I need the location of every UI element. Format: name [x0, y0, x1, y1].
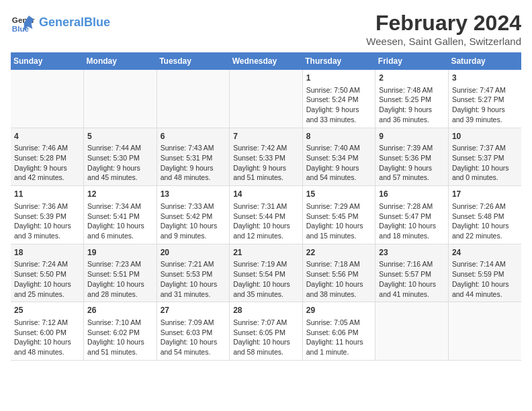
week-row-1: 1Sunrise: 7:50 AM Sunset: 5:24 PM Daylig… [11, 70, 521, 128]
cell-content: Sunrise: 7:42 AM Sunset: 5:33 PM Dayligh… [233, 143, 299, 183]
logo-blue: Blue [84, 15, 110, 29]
day-number: 15 [306, 189, 372, 200]
calendar-cell: 17Sunrise: 7:26 AM Sunset: 5:48 PM Dayli… [448, 186, 521, 244]
cell-content: Sunrise: 7:33 AM Sunset: 5:42 PM Dayligh… [161, 201, 226, 241]
calendar-table: SundayMondayTuesdayWednesdayThursdayFrid… [11, 52, 521, 361]
day-number: 22 [306, 247, 372, 259]
calendar-cell: 18Sunrise: 7:24 AM Sunset: 5:50 PM Dayli… [11, 244, 84, 302]
day-number: 20 [161, 247, 226, 259]
calendar-cell: 26Sunrise: 7:10 AM Sunset: 6:02 PM Dayli… [84, 302, 157, 361]
day-number: 10 [452, 131, 518, 142]
day-number: 4 [14, 131, 80, 142]
day-number: 26 [87, 305, 153, 316]
calendar-cell [84, 70, 157, 128]
calendar-cell: 2Sunrise: 7:48 AM Sunset: 5:25 PM Daylig… [375, 70, 449, 128]
day-number: 28 [233, 305, 299, 316]
day-number: 13 [161, 189, 226, 200]
calendar-cell [448, 302, 521, 361]
week-row-4: 18Sunrise: 7:24 AM Sunset: 5:50 PM Dayli… [11, 244, 521, 302]
title-area: February 2024 Weesen, Saint Gallen, Swit… [366, 11, 521, 47]
cell-content: Sunrise: 7:48 AM Sunset: 5:25 PM Dayligh… [379, 85, 445, 125]
day-number: 5 [87, 131, 153, 142]
cell-content: Sunrise: 7:09 AM Sunset: 6:03 PM Dayligh… [161, 318, 226, 357]
day-header-tuesday: Tuesday [157, 52, 230, 70]
day-number: 2 [379, 73, 445, 84]
logo-icon: General Blue [11, 11, 35, 35]
calendar-cell: 28Sunrise: 7:07 AM Sunset: 6:05 PM Dayli… [230, 302, 303, 361]
day-number: 19 [87, 247, 153, 259]
day-number: 21 [233, 247, 299, 259]
calendar-cell: 25Sunrise: 7:12 AM Sunset: 6:00 PM Dayli… [11, 302, 84, 361]
cell-content: Sunrise: 7:50 AM Sunset: 5:24 PM Dayligh… [306, 85, 372, 125]
cell-content: Sunrise: 7:29 AM Sunset: 5:45 PM Dayligh… [306, 201, 372, 241]
cell-content: Sunrise: 7:46 AM Sunset: 5:28 PM Dayligh… [14, 143, 80, 183]
cell-content: Sunrise: 7:21 AM Sunset: 5:53 PM Dayligh… [161, 259, 226, 299]
day-number: 6 [161, 131, 226, 142]
month-title: February 2024 [366, 11, 521, 36]
day-number: 17 [452, 189, 518, 200]
calendar-cell: 14Sunrise: 7:31 AM Sunset: 5:44 PM Dayli… [230, 186, 303, 244]
week-row-5: 25Sunrise: 7:12 AM Sunset: 6:00 PM Dayli… [11, 302, 521, 361]
calendar-cell: 10Sunrise: 7:37 AM Sunset: 5:37 PM Dayli… [448, 128, 521, 186]
calendar-cell: 11Sunrise: 7:36 AM Sunset: 5:39 PM Dayli… [11, 186, 84, 244]
cell-content: Sunrise: 7:36 AM Sunset: 5:39 PM Dayligh… [14, 201, 80, 241]
calendar-cell: 12Sunrise: 7:34 AM Sunset: 5:41 PM Dayli… [84, 186, 157, 244]
calendar-cell: 22Sunrise: 7:18 AM Sunset: 5:56 PM Dayli… [302, 244, 375, 302]
cell-content: Sunrise: 7:47 AM Sunset: 5:27 PM Dayligh… [452, 85, 518, 125]
calendar-cell: 29Sunrise: 7:05 AM Sunset: 6:06 PM Dayli… [302, 302, 375, 361]
day-number: 1 [306, 73, 372, 84]
day-header-monday: Monday [84, 52, 157, 70]
calendar-cell: 24Sunrise: 7:14 AM Sunset: 5:59 PM Dayli… [448, 244, 521, 302]
calendar-cell: 3Sunrise: 7:47 AM Sunset: 5:27 PM Daylig… [448, 70, 521, 128]
cell-content: Sunrise: 7:07 AM Sunset: 6:05 PM Dayligh… [233, 318, 299, 357]
cell-content: Sunrise: 7:43 AM Sunset: 5:31 PM Dayligh… [161, 143, 226, 183]
day-number: 14 [233, 189, 299, 200]
cell-content: Sunrise: 7:12 AM Sunset: 6:00 PM Dayligh… [14, 318, 80, 357]
day-number: 25 [14, 305, 80, 316]
calendar-cell [157, 70, 230, 128]
calendar-header: SundayMondayTuesdayWednesdayThursdayFrid… [11, 52, 521, 70]
calendar-cell: 16Sunrise: 7:28 AM Sunset: 5:47 PM Dayli… [375, 186, 449, 244]
cell-content: Sunrise: 7:44 AM Sunset: 5:30 PM Dayligh… [87, 143, 153, 183]
week-row-2: 4Sunrise: 7:46 AM Sunset: 5:28 PM Daylig… [11, 128, 521, 186]
day-number: 24 [452, 247, 518, 259]
cell-content: Sunrise: 7:26 AM Sunset: 5:48 PM Dayligh… [452, 201, 518, 241]
day-number: 12 [87, 189, 153, 200]
calendar-cell: 4Sunrise: 7:46 AM Sunset: 5:28 PM Daylig… [11, 128, 84, 186]
header-row: SundayMondayTuesdayWednesdayThursdayFrid… [11, 52, 521, 70]
calendar-body: 1Sunrise: 7:50 AM Sunset: 5:24 PM Daylig… [11, 70, 521, 360]
day-number: 7 [233, 131, 299, 142]
day-header-thursday: Thursday [302, 52, 375, 70]
calendar-cell: 9Sunrise: 7:39 AM Sunset: 5:36 PM Daylig… [375, 128, 449, 186]
day-number: 8 [306, 131, 372, 142]
day-header-friday: Friday [375, 52, 449, 70]
day-header-sunday: Sunday [11, 52, 84, 70]
cell-content: Sunrise: 7:18 AM Sunset: 5:56 PM Dayligh… [306, 259, 372, 299]
cell-content: Sunrise: 7:37 AM Sunset: 5:37 PM Dayligh… [452, 143, 518, 183]
calendar-cell: 23Sunrise: 7:16 AM Sunset: 5:57 PM Dayli… [375, 244, 449, 302]
cell-content: Sunrise: 7:16 AM Sunset: 5:57 PM Dayligh… [379, 259, 445, 299]
day-number: 29 [306, 305, 372, 316]
cell-content: Sunrise: 7:19 AM Sunset: 5:54 PM Dayligh… [233, 259, 299, 299]
day-number: 27 [161, 305, 226, 316]
calendar-cell: 6Sunrise: 7:43 AM Sunset: 5:31 PM Daylig… [157, 128, 230, 186]
calendar-cell: 27Sunrise: 7:09 AM Sunset: 6:03 PM Dayli… [157, 302, 230, 361]
day-number: 3 [452, 73, 518, 84]
calendar-cell: 5Sunrise: 7:44 AM Sunset: 5:30 PM Daylig… [84, 128, 157, 186]
calendar-cell: 7Sunrise: 7:42 AM Sunset: 5:33 PM Daylig… [230, 128, 303, 186]
cell-content: Sunrise: 7:28 AM Sunset: 5:47 PM Dayligh… [379, 201, 445, 241]
day-number: 16 [379, 189, 445, 200]
cell-content: Sunrise: 7:40 AM Sunset: 5:34 PM Dayligh… [306, 143, 372, 183]
location-subtitle: Weesen, Saint Gallen, Switzerland [366, 36, 521, 47]
cell-content: Sunrise: 7:23 AM Sunset: 5:51 PM Dayligh… [87, 259, 153, 299]
calendar-cell: 20Sunrise: 7:21 AM Sunset: 5:53 PM Dayli… [157, 244, 230, 302]
calendar-cell: 13Sunrise: 7:33 AM Sunset: 5:42 PM Dayli… [157, 186, 230, 244]
calendar-cell: 1Sunrise: 7:50 AM Sunset: 5:24 PM Daylig… [302, 70, 375, 128]
cell-content: Sunrise: 7:31 AM Sunset: 5:44 PM Dayligh… [233, 201, 299, 241]
calendar-cell [375, 302, 449, 361]
header: General Blue GeneralBlue February 2024 W… [11, 11, 521, 47]
calendar-cell: 19Sunrise: 7:23 AM Sunset: 5:51 PM Dayli… [84, 244, 157, 302]
calendar-cell [11, 70, 84, 128]
cell-content: Sunrise: 7:24 AM Sunset: 5:50 PM Dayligh… [14, 259, 80, 299]
cell-content: Sunrise: 7:10 AM Sunset: 6:02 PM Dayligh… [87, 318, 153, 357]
